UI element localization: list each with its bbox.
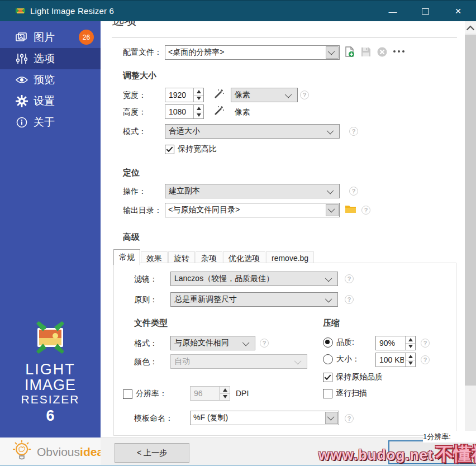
mode-label: 模式： [123, 127, 146, 137]
save-profile-icon[interactable] [361, 47, 371, 59]
profile-value: <桌面的分辨率> [165, 46, 325, 59]
help-icon[interactable] [421, 355, 430, 364]
app-icon [16, 7, 25, 15]
action-label: 操作： [123, 187, 146, 197]
policy-value: 总是重新调整尺寸 [171, 294, 327, 305]
more-options-icon[interactable] [393, 50, 404, 53]
resolution-spinner [190, 386, 230, 401]
sidebar-item-images[interactable]: 图片 26 [0, 27, 101, 48]
sidebar-item-label: 关于 [34, 115, 55, 130]
back-button[interactable]: < 上一步 [115, 443, 189, 463]
keep-aspect-ratio-checkbox[interactable]: 保持宽高比 [165, 144, 217, 154]
app-logo-icon [33, 321, 68, 356]
filetype-heading: 文件类型 [134, 318, 168, 329]
sidebar-item-preview[interactable]: 预览 [0, 69, 101, 91]
progressive-scan-checkbox[interactable]: 逐行扫描 [323, 388, 367, 398]
output-dir-combobox[interactable]: <与原始文件同目录> [165, 203, 340, 217]
help-icon[interactable] [260, 339, 269, 348]
logo-version: 6 [0, 406, 101, 425]
brand-name: Obviousidea! [37, 445, 107, 459]
height-unit-label: 像素 [235, 107, 250, 117]
scrollbar-thumb[interactable] [465, 35, 476, 386]
resolution-checkbox[interactable]: 分辨率： [123, 389, 167, 399]
title-divider [112, 37, 457, 37]
dropdown-chevron-icon[interactable] [326, 46, 339, 59]
filter-combobox[interactable]: Lanczos（较慢，品质最佳） [170, 272, 338, 286]
radio-selected-icon [323, 337, 333, 348]
maximize-button[interactable] [412, 1, 438, 22]
template-value: %F (复制) [191, 411, 325, 425]
help-icon[interactable] [421, 339, 430, 348]
width-unit-combobox[interactable]: 像素 [231, 88, 298, 102]
watermark-community: 不懂社区 [436, 442, 476, 466]
quality-radio[interactable]: 品质: [323, 337, 354, 348]
sidebar-item-options[interactable]: 选项 [0, 48, 101, 69]
info-icon [15, 116, 29, 129]
help-icon[interactable] [300, 91, 309, 99]
watermark: www.budog.net 不懂社区 [318, 442, 476, 466]
checkbox-unchecked-icon [123, 389, 132, 399]
tab-general[interactable]: 常规 [113, 249, 140, 265]
sidebar-item-about[interactable]: 关于 [0, 112, 101, 133]
help-icon[interactable] [345, 414, 354, 423]
sidebar-item-label: 图片 [34, 30, 55, 45]
spinner-arrows[interactable] [193, 88, 203, 102]
photos-icon [15, 31, 29, 44]
height-input[interactable] [165, 105, 193, 118]
radio-unselected-icon [323, 354, 333, 364]
help-icon[interactable] [345, 274, 354, 283]
output-dir-value: <与原始文件同目录> [165, 203, 325, 217]
format-combobox[interactable]: 与原始文件相同 [170, 336, 255, 350]
height-label: 高度： [123, 107, 146, 117]
minimize-button[interactable]: — [380, 1, 406, 22]
dropdown-chevron-icon[interactable] [325, 412, 338, 424]
color-label: 颜色： [134, 357, 158, 367]
sidebar: 图片 26 选项 预览 [0, 21, 101, 438]
compression-heading: 压缩 [323, 318, 340, 329]
width-spinner[interactable] [165, 88, 204, 102]
spinner-arrows[interactable] [405, 353, 415, 367]
brand-footer[interactable]: Obviousidea! [0, 438, 101, 466]
close-button[interactable]: × [445, 1, 471, 22]
help-icon[interactable] [349, 187, 358, 196]
delete-profile-icon[interactable] [377, 47, 387, 59]
action-value: 建立副本 [165, 186, 329, 196]
size-radio[interactable]: 大小： [323, 354, 360, 364]
checkbox-unchecked-icon [323, 389, 332, 398]
dropdown-chevron-icon[interactable] [326, 204, 339, 216]
quality-input[interactable] [376, 336, 405, 350]
spinner-arrows [220, 387, 230, 400]
help-icon[interactable] [361, 206, 370, 215]
size-spinner[interactable] [375, 353, 416, 367]
format-value: 与原始文件相同 [171, 338, 244, 348]
width-input[interactable] [165, 88, 193, 102]
size-input[interactable] [376, 353, 405, 367]
profile-combobox[interactable]: <桌面的分辨率> [165, 45, 340, 60]
folder-icon[interactable] [345, 204, 356, 216]
template-combobox[interactable]: %F (复制) [190, 411, 339, 425]
action-combobox[interactable]: 建立副本 [165, 184, 340, 198]
policy-combobox[interactable]: 总是重新调整尺寸 [170, 292, 338, 307]
image-count-badge: 26 [79, 30, 94, 45]
help-icon[interactable] [345, 295, 354, 304]
keep-original-quality-checkbox[interactable]: 保持原始品质 [323, 372, 383, 382]
sidebar-item-settings[interactable]: 设置 [0, 91, 101, 112]
magic-wand-icon[interactable] [213, 105, 225, 116]
resolution-unit-label: DPI [236, 389, 249, 398]
vertical-scrollbar[interactable] [465, 21, 476, 438]
quality-label: 品质: [336, 337, 354, 348]
spinner-arrows[interactable] [405, 336, 415, 350]
new-profile-icon[interactable] [345, 46, 355, 60]
height-spinner[interactable] [165, 104, 204, 119]
quality-spinner[interactable] [375, 336, 416, 350]
spinner-arrows[interactable] [193, 105, 203, 118]
light-image-resizer-window: { "window": { "title": "Light Image Resi… [0, 0, 476, 466]
filter-label: 滤镜： [134, 274, 158, 284]
advanced-heading: 高级 [123, 232, 140, 242]
mode-combobox[interactable]: 合适大小 [165, 124, 340, 139]
template-label: 模板命名： [134, 413, 173, 424]
magic-wand-icon[interactable] [213, 88, 225, 99]
help-icon[interactable] [349, 127, 358, 136]
watermark-site: www.budog.net [318, 446, 434, 464]
scroll-up-icon[interactable] [465, 22, 476, 33]
